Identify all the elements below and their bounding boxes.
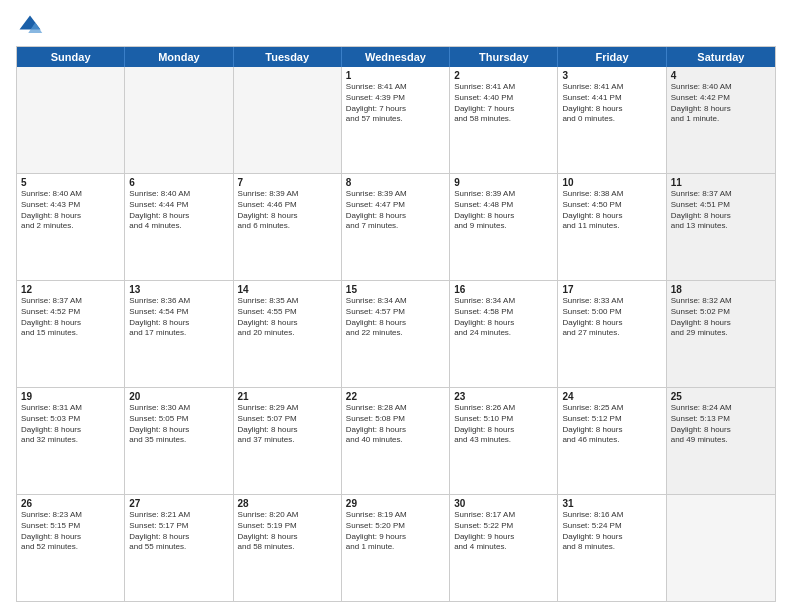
day-number: 25 <box>671 391 771 402</box>
calendar-cell: 31Sunrise: 8:16 AM Sunset: 5:24 PM Dayli… <box>558 495 666 601</box>
cell-text: Sunrise: 8:38 AM Sunset: 4:50 PM Dayligh… <box>562 189 661 232</box>
cell-text: Sunrise: 8:33 AM Sunset: 5:00 PM Dayligh… <box>562 296 661 339</box>
cell-text: Sunrise: 8:39 AM Sunset: 4:46 PM Dayligh… <box>238 189 337 232</box>
cell-text: Sunrise: 8:40 AM Sunset: 4:43 PM Dayligh… <box>21 189 120 232</box>
weekday-header: Thursday <box>450 47 558 67</box>
calendar-cell: 14Sunrise: 8:35 AM Sunset: 4:55 PM Dayli… <box>234 281 342 387</box>
weekday-header: Monday <box>125 47 233 67</box>
calendar-cell: 25Sunrise: 8:24 AM Sunset: 5:13 PM Dayli… <box>667 388 775 494</box>
day-number: 4 <box>671 70 771 81</box>
calendar-cell: 12Sunrise: 8:37 AM Sunset: 4:52 PM Dayli… <box>17 281 125 387</box>
weekday-header: Friday <box>558 47 666 67</box>
calendar-cell: 18Sunrise: 8:32 AM Sunset: 5:02 PM Dayli… <box>667 281 775 387</box>
cell-text: Sunrise: 8:25 AM Sunset: 5:12 PM Dayligh… <box>562 403 661 446</box>
day-number: 21 <box>238 391 337 402</box>
calendar-cell: 16Sunrise: 8:34 AM Sunset: 4:58 PM Dayli… <box>450 281 558 387</box>
logo-icon <box>16 12 44 40</box>
calendar-cell: 30Sunrise: 8:17 AM Sunset: 5:22 PM Dayli… <box>450 495 558 601</box>
cell-text: Sunrise: 8:41 AM Sunset: 4:41 PM Dayligh… <box>562 82 661 125</box>
cell-text: Sunrise: 8:34 AM Sunset: 4:58 PM Dayligh… <box>454 296 553 339</box>
calendar-cell: 21Sunrise: 8:29 AM Sunset: 5:07 PM Dayli… <box>234 388 342 494</box>
calendar-cell: 20Sunrise: 8:30 AM Sunset: 5:05 PM Dayli… <box>125 388 233 494</box>
day-number: 17 <box>562 284 661 295</box>
day-number: 1 <box>346 70 445 81</box>
cell-text: Sunrise: 8:30 AM Sunset: 5:05 PM Dayligh… <box>129 403 228 446</box>
cell-text: Sunrise: 8:32 AM Sunset: 5:02 PM Dayligh… <box>671 296 771 339</box>
cell-text: Sunrise: 8:29 AM Sunset: 5:07 PM Dayligh… <box>238 403 337 446</box>
day-number: 16 <box>454 284 553 295</box>
page: SundayMondayTuesdayWednesdayThursdayFrid… <box>0 0 792 612</box>
cell-text: Sunrise: 8:37 AM Sunset: 4:52 PM Dayligh… <box>21 296 120 339</box>
day-number: 22 <box>346 391 445 402</box>
cell-text: Sunrise: 8:31 AM Sunset: 5:03 PM Dayligh… <box>21 403 120 446</box>
cell-text: Sunrise: 8:37 AM Sunset: 4:51 PM Dayligh… <box>671 189 771 232</box>
cell-text: Sunrise: 8:28 AM Sunset: 5:08 PM Dayligh… <box>346 403 445 446</box>
day-number: 6 <box>129 177 228 188</box>
day-number: 5 <box>21 177 120 188</box>
day-number: 27 <box>129 498 228 509</box>
calendar-cell: 3Sunrise: 8:41 AM Sunset: 4:41 PM Daylig… <box>558 67 666 173</box>
day-number: 10 <box>562 177 661 188</box>
day-number: 11 <box>671 177 771 188</box>
day-number: 18 <box>671 284 771 295</box>
day-number: 12 <box>21 284 120 295</box>
day-number: 13 <box>129 284 228 295</box>
calendar-cell: 9Sunrise: 8:39 AM Sunset: 4:48 PM Daylig… <box>450 174 558 280</box>
cell-text: Sunrise: 8:40 AM Sunset: 4:42 PM Dayligh… <box>671 82 771 125</box>
calendar-row: 5Sunrise: 8:40 AM Sunset: 4:43 PM Daylig… <box>17 173 775 280</box>
day-number: 20 <box>129 391 228 402</box>
day-number: 23 <box>454 391 553 402</box>
calendar-cell: 8Sunrise: 8:39 AM Sunset: 4:47 PM Daylig… <box>342 174 450 280</box>
cell-text: Sunrise: 8:36 AM Sunset: 4:54 PM Dayligh… <box>129 296 228 339</box>
cell-text: Sunrise: 8:20 AM Sunset: 5:19 PM Dayligh… <box>238 510 337 553</box>
day-number: 7 <box>238 177 337 188</box>
day-number: 28 <box>238 498 337 509</box>
calendar-cell: 22Sunrise: 8:28 AM Sunset: 5:08 PM Dayli… <box>342 388 450 494</box>
weekday-header: Tuesday <box>234 47 342 67</box>
calendar-cell: 13Sunrise: 8:36 AM Sunset: 4:54 PM Dayli… <box>125 281 233 387</box>
cell-text: Sunrise: 8:41 AM Sunset: 4:40 PM Dayligh… <box>454 82 553 125</box>
day-number: 26 <box>21 498 120 509</box>
day-number: 9 <box>454 177 553 188</box>
calendar-cell: 23Sunrise: 8:26 AM Sunset: 5:10 PM Dayli… <box>450 388 558 494</box>
calendar-cell: 27Sunrise: 8:21 AM Sunset: 5:17 PM Dayli… <box>125 495 233 601</box>
day-number: 29 <box>346 498 445 509</box>
cell-text: Sunrise: 8:41 AM Sunset: 4:39 PM Dayligh… <box>346 82 445 125</box>
calendar-cell: 5Sunrise: 8:40 AM Sunset: 4:43 PM Daylig… <box>17 174 125 280</box>
calendar-row: 26Sunrise: 8:23 AM Sunset: 5:15 PM Dayli… <box>17 494 775 601</box>
day-number: 8 <box>346 177 445 188</box>
calendar-cell: 24Sunrise: 8:25 AM Sunset: 5:12 PM Dayli… <box>558 388 666 494</box>
cell-text: Sunrise: 8:26 AM Sunset: 5:10 PM Dayligh… <box>454 403 553 446</box>
weekday-header: Wednesday <box>342 47 450 67</box>
calendar: SundayMondayTuesdayWednesdayThursdayFrid… <box>16 46 776 602</box>
calendar-cell <box>234 67 342 173</box>
calendar-cell: 29Sunrise: 8:19 AM Sunset: 5:20 PM Dayli… <box>342 495 450 601</box>
calendar-cell: 4Sunrise: 8:40 AM Sunset: 4:42 PM Daylig… <box>667 67 775 173</box>
calendar-row: 12Sunrise: 8:37 AM Sunset: 4:52 PM Dayli… <box>17 280 775 387</box>
calendar-cell <box>667 495 775 601</box>
calendar-cell: 11Sunrise: 8:37 AM Sunset: 4:51 PM Dayli… <box>667 174 775 280</box>
day-number: 24 <box>562 391 661 402</box>
cell-text: Sunrise: 8:16 AM Sunset: 5:24 PM Dayligh… <box>562 510 661 553</box>
calendar-body: 1Sunrise: 8:41 AM Sunset: 4:39 PM Daylig… <box>17 67 775 601</box>
day-number: 2 <box>454 70 553 81</box>
cell-text: Sunrise: 8:17 AM Sunset: 5:22 PM Dayligh… <box>454 510 553 553</box>
calendar-cell: 19Sunrise: 8:31 AM Sunset: 5:03 PM Dayli… <box>17 388 125 494</box>
calendar-cell: 7Sunrise: 8:39 AM Sunset: 4:46 PM Daylig… <box>234 174 342 280</box>
calendar-cell <box>125 67 233 173</box>
calendar-cell: 15Sunrise: 8:34 AM Sunset: 4:57 PM Dayli… <box>342 281 450 387</box>
day-number: 19 <box>21 391 120 402</box>
day-number: 15 <box>346 284 445 295</box>
calendar-cell: 26Sunrise: 8:23 AM Sunset: 5:15 PM Dayli… <box>17 495 125 601</box>
calendar-row: 1Sunrise: 8:41 AM Sunset: 4:39 PM Daylig… <box>17 67 775 173</box>
weekday-header: Saturday <box>667 47 775 67</box>
day-number: 30 <box>454 498 553 509</box>
day-number: 31 <box>562 498 661 509</box>
cell-text: Sunrise: 8:24 AM Sunset: 5:13 PM Dayligh… <box>671 403 771 446</box>
calendar-header: SundayMondayTuesdayWednesdayThursdayFrid… <box>17 47 775 67</box>
weekday-header: Sunday <box>17 47 125 67</box>
calendar-cell: 6Sunrise: 8:40 AM Sunset: 4:44 PM Daylig… <box>125 174 233 280</box>
calendar-row: 19Sunrise: 8:31 AM Sunset: 5:03 PM Dayli… <box>17 387 775 494</box>
day-number: 3 <box>562 70 661 81</box>
calendar-cell: 28Sunrise: 8:20 AM Sunset: 5:19 PM Dayli… <box>234 495 342 601</box>
